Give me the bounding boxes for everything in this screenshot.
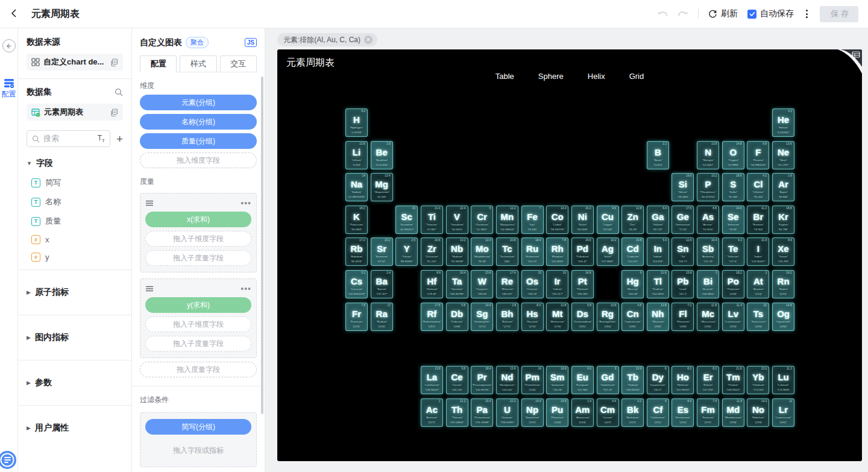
dimension-pill[interactable]: 质量(分组)	[140, 133, 257, 149]
mode-button-table[interactable]: Table	[495, 72, 514, 81]
element-cell-Ba[interactable]: 2.4Ba"Barium""137.327"	[371, 270, 393, 298]
section-header-用户属性[interactable]: ▶用户属性	[27, 414, 123, 442]
element-cell-Cf[interactable]: 4Cf"Californium""(251)"	[647, 398, 669, 427]
element-cell-Dy[interactable]: 6Dy"Dysprosium""162.5"	[647, 366, 669, 394]
drag-handle-icon[interactable]	[145, 198, 154, 209]
dimension-pill[interactable]: 元素(分组)	[140, 95, 257, 110]
scrollbar-thumb[interactable]	[261, 77, 263, 414]
element-cell-Ta[interactable]: 20.4Ta"Tantalum""180.94788"	[446, 270, 468, 298]
element-cell-Hg[interactable]: 9Hg"Mercury""200.59"	[621, 270, 644, 298]
element-cell-Pt[interactable]: 16.8Pt"Platinum""195.084"	[571, 270, 594, 298]
datasource-item[interactable]: 自定义chart de...	[27, 54, 123, 71]
element-cell-Sb[interactable]: 16.4Sb"Antimony""121.76"	[697, 238, 719, 266]
element-cell-Mn[interactable]: 12.2Mn"Manganese""54.938045"	[496, 206, 518, 234]
feedback-bubble-icon[interactable]	[0, 450, 17, 470]
element-cell-Ru[interactable]: 18.4Ru"Ruthenium""101.07"	[521, 238, 544, 266]
section-header-图内指标[interactable]: ▶图内指标	[27, 323, 123, 352]
copy-icon[interactable]	[110, 109, 118, 116]
sub-measure-dropzone[interactable]: 拖入子度量字段	[145, 250, 251, 266]
element-cell-Cd[interactable]: 19.8Cd"Cadmium""112.411"	[621, 238, 644, 266]
element-cell-Th[interactable]: 21.2Th"Thorium""232.03806"	[446, 398, 468, 427]
element-cell-Cr[interactable]: 5Cr"Chromium""51.9961"	[471, 206, 493, 234]
element-cell-Cu[interactable]: 9.6Cu"Copper""63.546"	[597, 206, 619, 234]
element-cell-H[interactable]: 8.4H"Hydrogen""1.00794"	[345, 109, 368, 137]
element-cell-Lu[interactable]: 11.2Lu"Lutetium""174.9668"	[772, 366, 794, 394]
element-cell-Ge[interactable]: 17.6Ge"Germanium""72.64"	[671, 206, 694, 234]
element-cell-Ga[interactable]: 6.4Ga"Gallium""69.723"	[647, 206, 669, 234]
element-cell-Sg[interactable]: 19.4Sg"Seaborgium""(271)"	[471, 303, 493, 331]
element-cell-Rf[interactable]: 17.8Rf"Rutherfordium""(267)"	[421, 303, 443, 331]
element-cell-Hf[interactable]: 8.8Hf"Hafnium""178.49"	[421, 270, 443, 298]
element-cell-Fm[interactable]: 7.4Fm"Fermium""(257)"	[697, 398, 719, 427]
element-cell-K[interactable]: 18.2K"Potassium""39.0983"	[345, 206, 368, 234]
element-cell-Y[interactable]: 2.5Y"Yttrium""88.90585"	[395, 238, 418, 266]
sub-dimension-dropzone[interactable]: 拖入子维度字段	[145, 316, 251, 332]
redo-icon[interactable]	[678, 8, 688, 19]
element-cell-Zr[interactable]: 20.6Zr"Zirconium""91.224"	[421, 238, 443, 266]
element-cell-Mc[interactable]: 11.8Mc"Moscovium""(290)"	[697, 303, 719, 331]
element-cell-Eu[interactable]: 6.6Eu"Europium""151.964"	[571, 366, 594, 394]
more-menu-icon[interactable]	[804, 10, 810, 18]
element-cell-Es[interactable]: 8.4Es"Einsteinium""(252)"	[671, 398, 694, 427]
element-cell-Nb[interactable]: 13.2Nb"Niobium""92.90638"	[446, 238, 468, 266]
element-cell-N[interactable]: 13.8N"Nitrogen""14.0067"	[697, 141, 719, 169]
element-cell-Fl[interactable]: 7.2Fl"Flerovium""(289)"	[671, 303, 694, 331]
element-cell-Xe[interactable]: 8.6Xe"Xenon""131.293"	[772, 238, 794, 266]
element-cell-Ds[interactable]: 5.8Ds"Darmstadtium""(281)"	[571, 303, 594, 331]
element-cell-Db[interactable]: 5.8Db"Dubnium""(268)"	[446, 303, 468, 331]
fields-section-header[interactable]: ▼ 字段	[27, 158, 123, 169]
element-cell-Be[interactable]: 2.6Be"Beryllium""9.012182"	[371, 141, 393, 169]
element-cell-Mo[interactable]: 12.4Mo"Molybdenum""95.96"	[471, 238, 493, 266]
remove-filter-icon[interactable]: ✕	[364, 36, 373, 44]
element-cell-Ir[interactable]: 10Ir"Iridium""192.217"	[546, 270, 568, 298]
element-cell-Ni[interactable]: 16.2Ni"Nickel""58.6934"	[571, 206, 594, 234]
element-cell-Pu[interactable]: 16.8Pu"Plutonium""(244)"	[546, 398, 568, 427]
element-cell-Ag[interactable]: 10.2Ag"Silver""107.8682"	[597, 238, 619, 266]
element-cell-Mg[interactable]: 13.4Mg"Magnesium""24.305"	[371, 173, 393, 201]
element-cell-Ac[interactable]: 1Ac"Actinium""(227)"	[421, 398, 443, 427]
field-search-input[interactable]: 搜索 TT	[27, 130, 110, 147]
tab-样式[interactable]: 样式	[180, 55, 216, 72]
element-cell-Rh[interactable]: 7.8Rh"Rhodium""102.9055"	[546, 238, 568, 266]
field-item-x[interactable]: #x	[27, 235, 123, 244]
element-cell-Mt[interactable]: 12.8Mt"Meitnerium""(276)"	[546, 303, 568, 331]
element-cell-La[interactable]: 13.8La"Lanthanum""138.90547"	[421, 366, 443, 394]
element-cell-Rb[interactable]: 17.2Rb"Rubidium""85.4678"	[345, 238, 368, 266]
element-cell-F[interactable]: 6.8F"Fluorine""18.9984032"	[747, 141, 769, 169]
section-header-原子指标[interactable]: ▶原子指标	[27, 278, 123, 307]
element-cell-Cn[interactable]: 4.8Cn"Copernicium""(285)"	[621, 303, 644, 331]
element-cell-Bk[interactable]: 3.2Bk"Berkelium""(247)"	[621, 398, 644, 427]
chart-canvas[interactable]: 元素周期表 TableSphereHelixGrid 8.4H"Hydrogen…	[277, 49, 862, 461]
more-options-icon[interactable]: •••	[241, 287, 251, 291]
refresh-button[interactable]: 刷新	[708, 8, 738, 19]
element-cell-Zn[interactable]: 12.8Zn"Zinc""65.38"	[621, 206, 644, 234]
element-cell-Te[interactable]: 9.2Te"Tellurium""127.6"	[722, 238, 744, 266]
element-cell-Pr[interactable]: 18.4Pr"Praseodymium""140.90765"	[471, 366, 493, 394]
dataset-search-icon[interactable]	[115, 88, 123, 96]
element-cell-Ti[interactable]: 21.4Ti"Titanium""47.867"	[421, 206, 443, 234]
drag-handle-icon[interactable]	[145, 283, 154, 294]
measure-pill[interactable]: x(求和)	[145, 212, 251, 227]
copy-icon[interactable]	[110, 58, 118, 66]
element-cell-Pa[interactable]: 15.4Pa"Protactinium""231.03588"	[471, 398, 493, 427]
element-cell-Po[interactable]: 18.2Po"Polonium""(209)"	[722, 270, 744, 298]
element-cell-Nh[interactable]: 13.8Nh"Nihonium""(286)"	[647, 303, 669, 331]
undo-icon[interactable]	[657, 8, 668, 19]
mode-button-sphere[interactable]: Sphere	[538, 72, 564, 81]
element-cell-S[interactable]: 18.6S"Sulfur""32.065"	[722, 173, 744, 201]
element-cell-Hs[interactable]: 8.4Hs"Hassium""(270)"	[521, 303, 544, 331]
element-cell-Pd[interactable]: 15.6Pd"Palladium""106.42"	[571, 238, 594, 266]
element-cell-Pm[interactable]: 16Pm"Promethium""(145)"	[521, 366, 544, 394]
element-cell-Cs[interactable]: 5.2Cs"Caesium""132.9054519"	[345, 270, 368, 298]
element-cell-Br[interactable]: 11.2Br"Bromine""79.904"	[747, 206, 769, 234]
element-cell-B[interactable]: 2.2B"Boron""10.811"	[647, 141, 669, 169]
element-cell-Co[interactable]: 10.4Co"Cobalt""58.933195"	[546, 206, 568, 234]
element-cell-Sr[interactable]: 20.2Sr"Strontium""87.62"	[371, 238, 393, 266]
filter-pill[interactable]: 简写(分组)	[145, 419, 251, 435]
text-filter-icon[interactable]: TT	[98, 134, 105, 143]
field-item-简写[interactable]: T简写	[27, 177, 123, 188]
element-cell-W[interactable]: 23.8W"Tungsten""183.84"	[471, 270, 493, 298]
element-cell-Bi[interactable]: 3Bi"Bismuth""208.9804"	[697, 270, 719, 298]
sub-dimension-dropzone[interactable]: 拖入子维度字段	[145, 231, 251, 247]
element-cell-Er[interactable]: 8.2Er"Erbium""167.259"	[697, 366, 719, 394]
